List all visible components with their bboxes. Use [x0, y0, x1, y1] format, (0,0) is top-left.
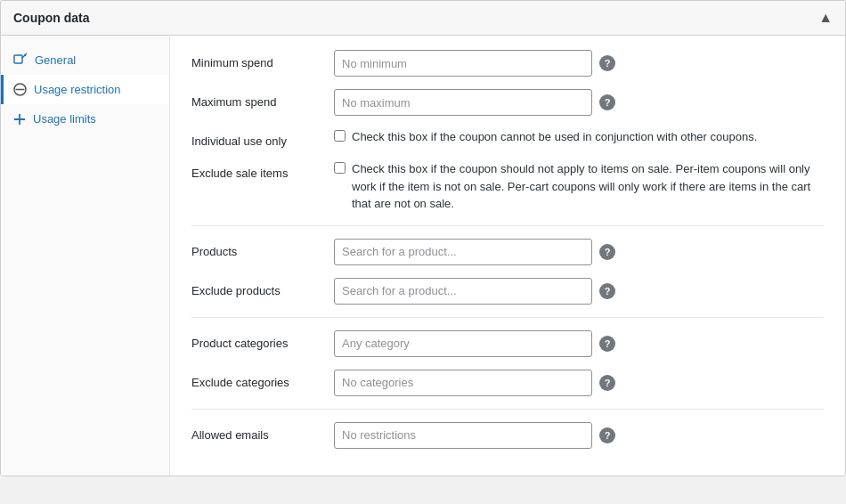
product-categories-field: ?: [334, 330, 824, 357]
individual-use-description: Check this box if the coupon cannot be u…: [352, 128, 757, 146]
exclude-products-row: Exclude products ?: [191, 278, 824, 305]
exclude-products-help-icon[interactable]: ?: [599, 283, 615, 299]
products-help-icon[interactable]: ?: [599, 244, 615, 260]
plus-icon: [13, 113, 26, 126]
allowed-emails-field: ?: [334, 422, 824, 449]
products-label: Products: [191, 239, 334, 258]
exclude-categories-row: Exclude categories ?: [191, 370, 824, 396]
maximum-spend-input[interactable]: [334, 89, 592, 116]
product-categories-input[interactable]: [334, 330, 592, 357]
exclude-categories-field: ?: [334, 370, 824, 396]
main-content: Minimum spend ? Maximum spend ? Individu…: [170, 36, 845, 476]
exclude-categories-label: Exclude categories: [191, 370, 334, 389]
panel-body: General Usage restriction: [1, 36, 845, 476]
maximum-spend-help-icon[interactable]: ?: [599, 94, 615, 110]
exclude-products-field: ?: [334, 278, 824, 305]
sidebar-label-usage-limits: Usage limits: [33, 112, 96, 126]
minimum-spend-help-icon[interactable]: ?: [599, 55, 615, 71]
minimum-spend-input[interactable]: [334, 50, 592, 77]
panel-header: Coupon data ▲: [1, 1, 845, 36]
sidebar-label-general: General: [35, 53, 76, 67]
individual-use-label: Individual use only: [191, 128, 334, 148]
minimum-spend-field: ?: [334, 50, 824, 77]
allowed-emails-help-icon[interactable]: ?: [599, 427, 615, 443]
divider-3: [191, 409, 824, 410]
product-categories-row: Product categories ?: [191, 330, 824, 357]
coupon-data-panel: Coupon data ▲ General: [0, 0, 846, 476]
panel-title: Coupon data: [13, 11, 90, 25]
restriction-icon: [13, 83, 27, 96]
exclude-sale-description: Check this box if the coupon should not …: [352, 160, 824, 213]
maximum-spend-label: Maximum spend: [191, 89, 334, 109]
product-categories-help-icon[interactable]: ?: [599, 336, 615, 352]
divider-2: [191, 317, 824, 318]
minimum-spend-label: Minimum spend: [191, 50, 334, 69]
sidebar-item-usage-restriction[interactable]: Usage restriction: [1, 75, 169, 104]
product-categories-label: Product categories: [191, 330, 334, 350]
tag-icon: [13, 53, 28, 67]
exclude-products-label: Exclude products: [191, 278, 334, 297]
maximum-spend-row: Maximum spend ?: [191, 89, 824, 116]
exclude-sale-label: Exclude sale items: [191, 160, 334, 180]
sidebar-item-general[interactable]: General: [1, 45, 169, 75]
allowed-emails-input[interactable]: [334, 422, 592, 449]
sidebar-item-usage-limits[interactable]: Usage limits: [1, 104, 169, 134]
exclude-categories-input[interactable]: [334, 370, 592, 396]
exclude-sale-field: Check this box if the coupon should not …: [334, 160, 824, 213]
individual-use-row: Individual use only Check this box if th…: [191, 128, 824, 148]
svg-rect-2: [24, 54, 26, 56]
products-input[interactable]: [334, 239, 592, 265]
exclude-sale-checkbox[interactable]: [334, 162, 346, 174]
divider-1: [191, 225, 824, 226]
allowed-emails-label: Allowed emails: [191, 422, 334, 442]
sidebar: General Usage restriction: [1, 36, 170, 476]
exclude-categories-help-icon[interactable]: ?: [599, 375, 615, 391]
sidebar-label-usage-restriction: Usage restriction: [34, 83, 121, 96]
exclude-sale-row: Exclude sale items Check this box if the…: [191, 160, 824, 213]
individual-use-field: Check this box if the coupon cannot be u…: [334, 128, 824, 146]
allowed-emails-row: Allowed emails ?: [191, 422, 824, 449]
products-row: Products ?: [191, 239, 824, 265]
exclude-products-input[interactable]: [334, 278, 592, 305]
panel-toggle-icon[interactable]: ▲: [818, 10, 833, 26]
maximum-spend-field: ?: [334, 89, 824, 116]
minimum-spend-row: Minimum spend ?: [191, 50, 824, 77]
individual-use-checkbox[interactable]: [334, 130, 346, 142]
svg-rect-0: [14, 55, 22, 63]
products-field: ?: [334, 239, 824, 265]
